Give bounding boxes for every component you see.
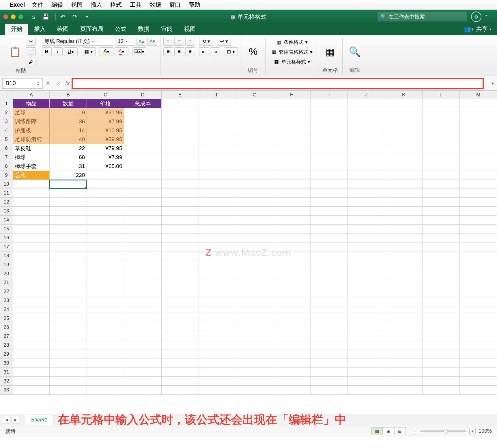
cell-K19[interactable]	[385, 260, 423, 269]
cell-C28[interactable]	[87, 341, 124, 350]
cell-F22[interactable]	[199, 287, 236, 296]
cell-H27[interactable]	[273, 332, 311, 341]
cell-L30[interactable]	[423, 359, 460, 368]
cell-A30[interactable]	[13, 359, 50, 368]
cell-I26[interactable]	[311, 323, 348, 332]
cell-K26[interactable]	[385, 323, 423, 332]
cell-H9[interactable]	[273, 171, 311, 180]
cell-H5[interactable]	[273, 135, 311, 144]
cell-M30[interactable]	[460, 359, 497, 368]
col-header-A[interactable]: A	[13, 91, 50, 99]
cell-F30[interactable]	[199, 359, 236, 368]
cell-E15[interactable]	[162, 225, 199, 234]
cell-L8[interactable]	[423, 162, 460, 171]
cell-I6[interactable]	[311, 144, 348, 153]
cell-C10[interactable]	[87, 180, 124, 189]
cell-E2[interactable]	[162, 108, 199, 117]
cell-F25[interactable]	[199, 314, 236, 323]
cell-B12[interactable]	[50, 198, 87, 207]
cell-F1[interactable]	[199, 99, 236, 108]
cell-G1[interactable]	[236, 99, 273, 108]
cell-A10[interactable]	[13, 180, 50, 189]
cell-A31[interactable]	[13, 368, 50, 377]
cell-H23[interactable]	[273, 296, 311, 305]
row-header-23[interactable]: 23	[0, 296, 13, 305]
cell-D25[interactable]	[124, 314, 161, 323]
cell-G29[interactable]	[236, 350, 273, 359]
cell-B16[interactable]	[50, 234, 87, 242]
phonetic-button[interactable]: abc ▾	[132, 47, 146, 56]
cell-I31[interactable]	[311, 368, 348, 377]
tab-formulas[interactable]: 公式	[109, 23, 132, 35]
cell-L16[interactable]	[423, 234, 460, 242]
cell-E31[interactable]	[162, 368, 199, 377]
cell-L25[interactable]	[423, 314, 460, 323]
cell-C3[interactable]: ¥7.99	[87, 117, 124, 126]
cell-L6[interactable]	[423, 144, 460, 153]
cell-K7[interactable]	[385, 153, 423, 162]
col-header-J[interactable]: J	[348, 91, 385, 99]
cell-H30[interactable]	[273, 359, 311, 368]
cell-C18[interactable]	[87, 251, 124, 260]
cell-G12[interactable]	[236, 198, 273, 207]
cell-H1[interactable]	[273, 99, 311, 108]
normal-view-icon[interactable]: ▦	[371, 427, 383, 435]
close-window-icon[interactable]	[3, 14, 8, 19]
cell-C21[interactable]	[87, 278, 124, 287]
cell-L3[interactable]	[423, 117, 460, 126]
cell-D8[interactable]	[124, 162, 161, 171]
cell-E8[interactable]	[162, 162, 199, 171]
row-header-29[interactable]: 29	[0, 350, 13, 359]
cell-I32[interactable]	[311, 377, 348, 386]
font-color-button[interactable]: A ▾	[115, 47, 128, 56]
cell-D20[interactable]	[124, 269, 161, 278]
cell-F15[interactable]	[199, 225, 236, 234]
row-header-6[interactable]: 6	[0, 144, 13, 153]
cell-I13[interactable]	[311, 207, 348, 216]
cell-H16[interactable]	[273, 234, 311, 242]
cell-K23[interactable]	[385, 296, 423, 305]
cell-J33[interactable]	[348, 386, 385, 395]
cell-H22[interactable]	[273, 287, 311, 296]
cell-A17[interactable]	[13, 242, 50, 251]
cell-M3[interactable]	[460, 117, 497, 126]
cell-C9[interactable]	[87, 171, 124, 180]
cell-D32[interactable]	[124, 377, 161, 386]
cell-C32[interactable]	[87, 377, 124, 386]
cell-M26[interactable]	[460, 323, 497, 332]
cell-I12[interactable]	[311, 198, 348, 207]
cell-D11[interactable]	[124, 189, 161, 198]
cell-L22[interactable]	[423, 287, 460, 296]
cell-F17[interactable]	[199, 242, 236, 251]
row-header-28[interactable]: 28	[0, 341, 13, 350]
row-header-27[interactable]: 27	[0, 332, 13, 341]
row-header-21[interactable]: 21	[0, 278, 13, 287]
cell-C22[interactable]	[87, 287, 124, 296]
cell-A23[interactable]	[13, 296, 50, 305]
cell-H28[interactable]	[273, 341, 311, 350]
align-middle-icon[interactable]: ≡	[174, 37, 184, 46]
cell-D16[interactable]	[124, 234, 161, 242]
search-field[interactable]: 🔍 在工作表中搜索	[378, 12, 467, 21]
cell-F27[interactable]	[199, 332, 236, 341]
cell-B13[interactable]	[50, 207, 87, 216]
cell-K18[interactable]	[385, 251, 423, 260]
cell-M29[interactable]	[460, 350, 497, 359]
cell-A27[interactable]	[13, 332, 50, 341]
cell-J31[interactable]	[348, 368, 385, 377]
col-header-B[interactable]: B	[50, 91, 87, 99]
cell-B24[interactable]	[50, 305, 87, 314]
cell-E9[interactable]	[162, 171, 199, 180]
cell-E29[interactable]	[162, 350, 199, 359]
cell-M19[interactable]	[460, 260, 497, 269]
cell-H32[interactable]	[273, 377, 311, 386]
cell-M4[interactable]	[460, 126, 497, 135]
cell-F6[interactable]	[199, 144, 236, 153]
cell-M7[interactable]	[460, 153, 497, 162]
cell-K14[interactable]	[385, 216, 423, 225]
cell-D30[interactable]	[124, 359, 161, 368]
cell-K21[interactable]	[385, 278, 423, 287]
cell-L17[interactable]	[423, 242, 460, 251]
cell-I16[interactable]	[311, 234, 348, 242]
cell-B3[interactable]: 36	[50, 117, 87, 126]
